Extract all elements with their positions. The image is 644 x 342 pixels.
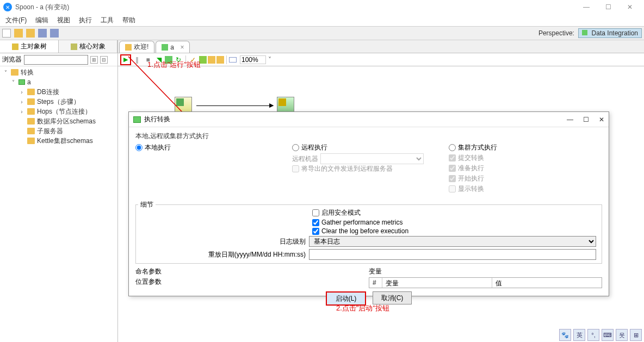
folder-icon	[11, 69, 18, 76]
tree-icon	[12, 43, 18, 50]
remote-machine-row: 远程机器	[292, 153, 449, 164]
sidebar: 主对象树 核心对象 浏览器 ⊞ ⊟ ˅转换 ˅a ›DB连接 ›Steps（步骤…	[0, 40, 118, 342]
menu-run[interactable]: 执行	[76, 15, 95, 26]
gather-check[interactable]: Gather performance metrics	[312, 219, 596, 226]
replay-input[interactable]	[309, 249, 596, 260]
saveas-icon[interactable]	[50, 29, 59, 38]
explore-db-button[interactable]	[216, 56, 224, 64]
ime-button[interactable]: 英	[573, 329, 585, 341]
run-button[interactable]	[120, 54, 131, 65]
window-title: Spoon - a (有变动)	[15, 3, 69, 12]
dialog-titlebar: 执行转换 — ☐ ✕	[129, 112, 609, 127]
browser-label: 浏览器	[2, 55, 22, 64]
transformation-icon	[18, 79, 25, 85]
remote-machine-select	[320, 153, 424, 164]
paw-icon[interactable]: 🐾	[559, 329, 571, 341]
zoom-value[interactable]	[240, 55, 266, 64]
tree-hops[interactable]: ›Hops（节点连接）	[0, 107, 117, 116]
tab-a[interactable]: a ×	[156, 41, 190, 53]
show-results-button[interactable]	[229, 57, 237, 63]
launch-button[interactable]: 启动(L)	[326, 291, 366, 306]
folder-icon	[27, 138, 35, 144]
detail-legend: 细节	[138, 200, 156, 209]
perspective-area: Perspective: Data Integration	[538, 29, 642, 37]
sidebar-search: 浏览器 ⊞ ⊟	[0, 53, 117, 66]
explore-icon[interactable]	[26, 29, 35, 38]
object-tree: ˅转换 ˅a ›DB连接 ›Steps（步骤） ›Hops（节点连接） 数据库分…	[0, 66, 117, 147]
radio-remote[interactable]: 远程执行	[292, 143, 449, 152]
perspective-selector[interactable]: Data Integration	[578, 28, 642, 38]
col-var: 变量	[382, 278, 492, 288]
close-button[interactable]: ✕	[619, 1, 641, 14]
cancel-button[interactable]: 取消(C)	[373, 291, 412, 304]
system-tray: 🐾 英 °, ⌨ 웃 ⊞	[557, 328, 644, 342]
sql-button[interactable]	[208, 56, 215, 64]
grid-icon[interactable]: ⊞	[630, 329, 642, 341]
loglevel-select[interactable]: 基本日志	[309, 236, 596, 247]
new-icon[interactable]	[2, 29, 11, 38]
open-icon[interactable]	[14, 29, 23, 38]
tree-dbconn[interactable]: ›DB连接	[0, 87, 117, 97]
radio-local[interactable]: 本地执行	[135, 143, 292, 152]
vars-table[interactable]: # 变量 值	[369, 277, 602, 288]
table-icon	[278, 98, 286, 106]
detail-group: 细节 启用安全模式 Gather performance metrics Cle…	[135, 204, 602, 264]
cluster-post: 提交转换	[449, 153, 602, 163]
menubar: 文件(F) 编辑 视图 执行 工具 帮助	[0, 14, 644, 26]
person-icon[interactable]: 웃	[616, 329, 628, 341]
named-params-col: 命名参数 位置参数	[135, 267, 369, 288]
minimize-button[interactable]: —	[575, 1, 597, 14]
folder-icon	[27, 89, 35, 95]
dialog-buttons: 启动(L) 取消(C)	[135, 291, 602, 306]
expand-all-icon[interactable]: ⊞	[90, 56, 98, 64]
hop-arrow[interactable]	[196, 105, 273, 106]
exec-mode-row: 本地执行 远程执行 远程机器 将导出的文件发送到远程服务器 集群方式执行 提交转…	[135, 143, 602, 194]
editor-tabs: 欢迎! a ×	[118, 40, 644, 53]
menu-view[interactable]: 视图	[54, 15, 73, 26]
maximize-button[interactable]: ☐	[597, 1, 619, 14]
save-icon[interactable]	[38, 29, 47, 38]
menu-tools[interactable]: 工具	[97, 15, 117, 26]
radio-cluster[interactable]: 集群方式执行	[449, 143, 602, 152]
transformation-icon	[133, 116, 141, 123]
annotation-1: 1.点击"运行"按钮	[147, 60, 201, 70]
tab-main-tree[interactable]: 主对象树	[0, 40, 59, 53]
col-val: 值	[492, 278, 602, 288]
tab-close-icon[interactable]: ×	[180, 43, 184, 51]
tree-clusters[interactable]: Kettle集群schemas	[0, 136, 117, 146]
exec-mode-label: 本地,远程或集群方式执行	[135, 132, 602, 141]
menu-help[interactable]: 帮助	[119, 15, 139, 26]
dialog-minimize-button[interactable]: —	[567, 116, 573, 123]
keyboard-icon[interactable]: ⌨	[602, 329, 614, 341]
cluster-prep: 准备执行	[449, 164, 602, 173]
dialog-close-button[interactable]: ✕	[599, 116, 604, 123]
menu-file[interactable]: 文件(F)	[2, 15, 30, 26]
search-input[interactable]	[24, 55, 88, 65]
tree-root-trans[interactable]: ˅转换	[0, 67, 117, 77]
menu-edit[interactable]: 编辑	[32, 15, 52, 26]
tree-trans-a[interactable]: ˅a	[0, 77, 117, 87]
tree-steps[interactable]: ›Steps（步骤）	[0, 97, 117, 107]
folder-icon	[27, 128, 35, 134]
safe-mode-check[interactable]: 启用安全模式	[312, 208, 596, 217]
tree-slaves[interactable]: 子服务器	[0, 126, 117, 136]
integration-icon	[582, 30, 587, 35]
excel-icon	[176, 98, 184, 106]
dialog-maximize-button[interactable]: ☐	[583, 116, 589, 123]
window-controls: — ☐ ✕	[575, 1, 641, 14]
dialog-body: 本地,远程或集群方式执行 本地执行 远程执行 远程机器 将导出的文件发送到远程服…	[129, 127, 609, 310]
clearlog-check[interactable]: Clear the log before execution	[312, 227, 596, 235]
pause-button[interactable]: ‖	[132, 55, 142, 65]
core-icon	[71, 43, 77, 50]
tree-partitions[interactable]: 数据库分区schemas	[0, 116, 117, 126]
tab-core-objects[interactable]: 核心对象	[59, 40, 117, 53]
app-logo-icon	[3, 3, 12, 11]
transformation-icon	[162, 44, 168, 51]
tab-welcome[interactable]: 欢迎!	[119, 41, 154, 53]
zoom-control[interactable]: ˅	[240, 55, 274, 64]
col-num: #	[369, 278, 382, 288]
dialog-title-text: 执行转换	[144, 115, 170, 124]
ime-punct-icon[interactable]: °,	[587, 329, 599, 341]
main-toolbar: Perspective: Data Integration	[0, 26, 644, 40]
collapse-all-icon[interactable]: ⊟	[100, 56, 108, 64]
